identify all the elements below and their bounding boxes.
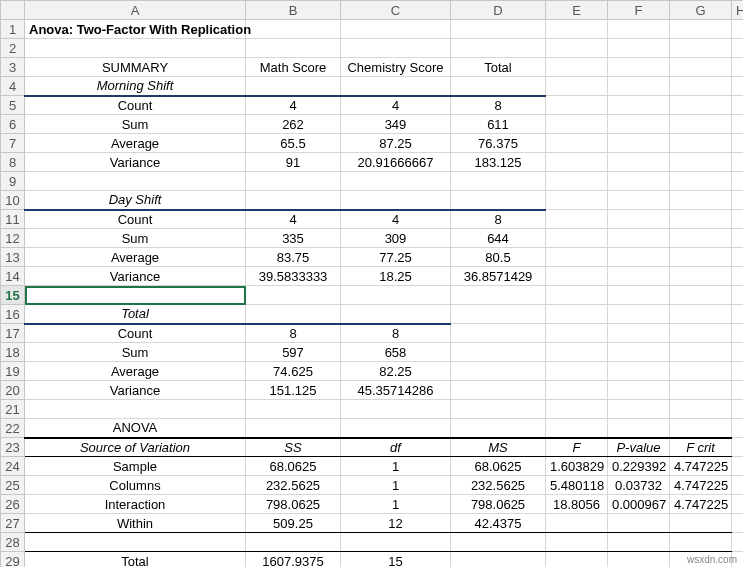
col-header-D[interactable]: D bbox=[451, 1, 546, 20]
cell-E4[interactable] bbox=[546, 77, 608, 96]
cell-A14[interactable]: Variance bbox=[25, 267, 246, 286]
cell-D17[interactable] bbox=[451, 324, 546, 343]
cell-A7[interactable]: Average bbox=[25, 134, 246, 153]
cell-F1[interactable] bbox=[608, 20, 670, 39]
col-header-F[interactable]: F bbox=[608, 1, 670, 20]
row-header-4[interactable]: 4 bbox=[1, 77, 25, 96]
cell-G9[interactable] bbox=[670, 172, 732, 191]
cell-A16[interactable]: Total bbox=[25, 305, 246, 324]
cell-G18[interactable] bbox=[670, 343, 732, 362]
cell-B7[interactable]: 65.5 bbox=[246, 134, 341, 153]
cell-E23[interactable]: F bbox=[546, 438, 608, 457]
cell-C22[interactable] bbox=[341, 419, 451, 438]
cell-E19[interactable] bbox=[546, 362, 608, 381]
row-header-13[interactable]: 13 bbox=[1, 248, 25, 267]
cell-F14[interactable] bbox=[608, 267, 670, 286]
cell-G11[interactable] bbox=[670, 210, 732, 229]
cell-A15[interactable] bbox=[25, 286, 246, 305]
cell-G16[interactable] bbox=[670, 305, 732, 324]
cell-D13[interactable]: 80.5 bbox=[451, 248, 546, 267]
cell-F10[interactable] bbox=[608, 191, 670, 210]
cell-B20[interactable]: 151.125 bbox=[246, 381, 341, 400]
cell-D22[interactable] bbox=[451, 419, 546, 438]
cell-G10[interactable] bbox=[670, 191, 732, 210]
cell-H22[interactable] bbox=[732, 419, 744, 438]
cell-E3[interactable] bbox=[546, 58, 608, 77]
cell-F28[interactable] bbox=[608, 533, 670, 552]
cell-H16[interactable] bbox=[732, 305, 744, 324]
cell-F3[interactable] bbox=[608, 58, 670, 77]
row-header-20[interactable]: 20 bbox=[1, 381, 25, 400]
row-header-1[interactable]: 1 bbox=[1, 20, 25, 39]
cell-D27[interactable]: 42.4375 bbox=[451, 514, 546, 533]
cell-C27[interactable]: 12 bbox=[341, 514, 451, 533]
cell-D16[interactable] bbox=[451, 305, 546, 324]
cell-A11[interactable]: Count bbox=[25, 210, 246, 229]
cell-E28[interactable] bbox=[546, 533, 608, 552]
cell-H26[interactable] bbox=[732, 495, 744, 514]
cell-C17[interactable]: 8 bbox=[341, 324, 451, 343]
cell-H18[interactable] bbox=[732, 343, 744, 362]
cell-E5[interactable] bbox=[546, 96, 608, 115]
cell-B5[interactable]: 4 bbox=[246, 96, 341, 115]
cell-B2[interactable] bbox=[246, 39, 341, 58]
cell-E26[interactable]: 18.8056 bbox=[546, 495, 608, 514]
cell-A19[interactable]: Average bbox=[25, 362, 246, 381]
cell-G25[interactable]: 4.747225 bbox=[670, 476, 732, 495]
cell-A25[interactable]: Columns bbox=[25, 476, 246, 495]
cell-H15[interactable] bbox=[732, 286, 744, 305]
cell-F12[interactable] bbox=[608, 229, 670, 248]
row-header-24[interactable]: 24 bbox=[1, 457, 25, 476]
cell-E16[interactable] bbox=[546, 305, 608, 324]
col-header-C[interactable]: C bbox=[341, 1, 451, 20]
cell-B21[interactable] bbox=[246, 400, 341, 419]
row-header-25[interactable]: 25 bbox=[1, 476, 25, 495]
cell-D28[interactable] bbox=[451, 533, 546, 552]
row-header-26[interactable]: 26 bbox=[1, 495, 25, 514]
cell-F13[interactable] bbox=[608, 248, 670, 267]
cell-C20[interactable]: 45.35714286 bbox=[341, 381, 451, 400]
cell-A3[interactable]: SUMMARY bbox=[25, 58, 246, 77]
cell-H28[interactable] bbox=[732, 533, 744, 552]
cell-H6[interactable] bbox=[732, 115, 744, 134]
cell-F5[interactable] bbox=[608, 96, 670, 115]
cell-H3[interactable] bbox=[732, 58, 744, 77]
cell-E15[interactable] bbox=[546, 286, 608, 305]
cell-C8[interactable]: 20.91666667 bbox=[341, 153, 451, 172]
cell-C26[interactable]: 1 bbox=[341, 495, 451, 514]
cell-H23[interactable] bbox=[732, 438, 744, 457]
cell-H1[interactable] bbox=[732, 20, 744, 39]
cell-H9[interactable] bbox=[732, 172, 744, 191]
cell-G14[interactable] bbox=[670, 267, 732, 286]
cell-C9[interactable] bbox=[341, 172, 451, 191]
cell-D10[interactable] bbox=[451, 191, 546, 210]
cell-B10[interactable] bbox=[246, 191, 341, 210]
cell-C28[interactable] bbox=[341, 533, 451, 552]
cell-C2[interactable] bbox=[341, 39, 451, 58]
cell-E22[interactable] bbox=[546, 419, 608, 438]
cell-D3[interactable]: Total bbox=[451, 58, 546, 77]
cell-C10[interactable] bbox=[341, 191, 451, 210]
cell-B17[interactable]: 8 bbox=[246, 324, 341, 343]
cell-A4[interactable]: Morning Shift bbox=[25, 77, 246, 96]
col-header-E[interactable]: E bbox=[546, 1, 608, 20]
cell-G28[interactable] bbox=[670, 533, 732, 552]
cell-A28[interactable] bbox=[25, 533, 246, 552]
cell-F11[interactable] bbox=[608, 210, 670, 229]
cell-A24[interactable]: Sample bbox=[25, 457, 246, 476]
cell-E24[interactable]: 1.603829 bbox=[546, 457, 608, 476]
cell-A22[interactable]: ANOVA bbox=[25, 419, 246, 438]
cell-F29[interactable] bbox=[608, 552, 670, 568]
cell-F21[interactable] bbox=[608, 400, 670, 419]
cell-A9[interactable] bbox=[25, 172, 246, 191]
row-header-17[interactable]: 17 bbox=[1, 324, 25, 343]
cell-A18[interactable]: Sum bbox=[25, 343, 246, 362]
row-header-6[interactable]: 6 bbox=[1, 115, 25, 134]
cell-C12[interactable]: 309 bbox=[341, 229, 451, 248]
cell-E7[interactable] bbox=[546, 134, 608, 153]
cell-F19[interactable] bbox=[608, 362, 670, 381]
cell-E18[interactable] bbox=[546, 343, 608, 362]
cell-G21[interactable] bbox=[670, 400, 732, 419]
cell-D12[interactable]: 644 bbox=[451, 229, 546, 248]
cell-B6[interactable]: 262 bbox=[246, 115, 341, 134]
